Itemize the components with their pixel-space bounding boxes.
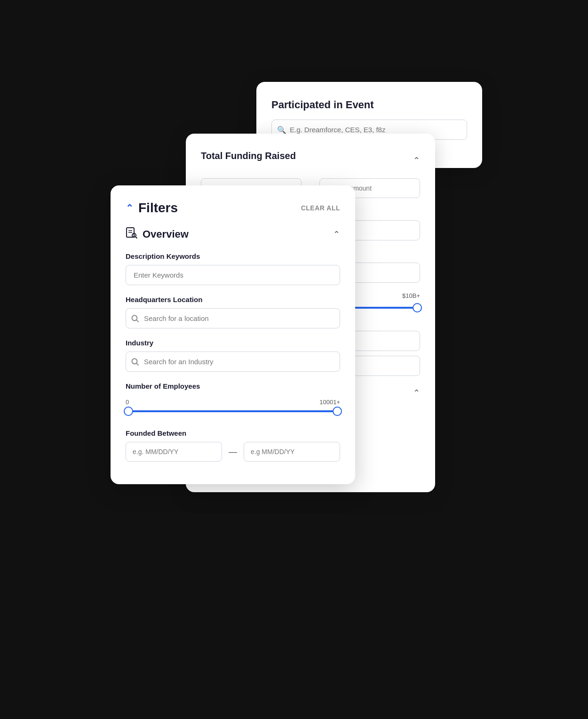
industry-section: Industry (126, 339, 340, 372)
founded-label: Founded Between (126, 429, 340, 437)
employees-slider-container: 0 10001+ (126, 395, 340, 419)
hq-label: Headquarters Location (126, 296, 340, 304)
founded-dash: — (229, 447, 237, 457)
hq-section: Headquarters Location (126, 296, 340, 328)
revenue-slider-thumb[interactable] (413, 303, 422, 312)
funding-card-title: Total Funding Raised (201, 151, 296, 161)
overview-icon (126, 227, 138, 242)
employees-slider-thumb-left[interactable] (124, 407, 133, 416)
filters-title-group: ⌃ Filters (126, 200, 178, 216)
filters-title-label: Filters (138, 200, 178, 216)
back-card-title: Participated in Event (271, 99, 467, 111)
clear-all-button[interactable]: CLEAR ALL (301, 204, 340, 212)
employees-slider-thumb-right[interactable] (333, 407, 342, 416)
filters-chevron-icon: ⌃ (126, 202, 134, 214)
filters-card: ⌃ Filters CLEAR ALL Overview (111, 185, 355, 484)
description-input[interactable] (126, 265, 340, 285)
industry-search-input[interactable] (126, 352, 340, 372)
industry-search-icon (131, 357, 139, 366)
employees-label: Number of Employees (126, 382, 340, 390)
status-collapse-button[interactable]: ⌃ (413, 388, 420, 398)
event-search-icon: 🔍 (277, 125, 286, 134)
employees-slider-labels: 0 10001+ (126, 399, 340, 406)
industry-label: Industry (126, 339, 340, 347)
overview-title-label: Overview (143, 228, 189, 240)
hq-search-input[interactable] (126, 308, 340, 328)
description-section: Description Keywords (126, 252, 340, 285)
founded-from-input[interactable] (126, 442, 222, 462)
overview-section-header: Overview ⌃ (126, 227, 340, 242)
description-label: Description Keywords (126, 252, 340, 260)
hq-search-wrap (126, 308, 340, 328)
svg-line-6 (136, 320, 138, 322)
svg-line-4 (135, 237, 137, 238)
employees-slider-track (128, 410, 337, 412)
industry-search-wrap (126, 352, 340, 372)
hq-search-icon (131, 314, 139, 322)
founded-to-input[interactable] (244, 442, 340, 462)
employees-min-label: 0 (126, 399, 129, 406)
founded-date-row: — (126, 442, 340, 462)
employees-max-label: 10001+ (319, 399, 340, 406)
overview-collapse-button[interactable]: ⌃ (333, 229, 340, 240)
employees-slider-fill (128, 410, 337, 412)
overview-title-group: Overview (126, 227, 189, 242)
founded-section: Founded Between — (126, 429, 340, 462)
filters-header: ⌃ Filters CLEAR ALL (126, 200, 340, 216)
employees-section: Number of Employees 0 10001+ (126, 382, 340, 419)
svg-line-8 (136, 363, 138, 365)
funding-collapse-button[interactable]: ⌃ (413, 155, 420, 166)
